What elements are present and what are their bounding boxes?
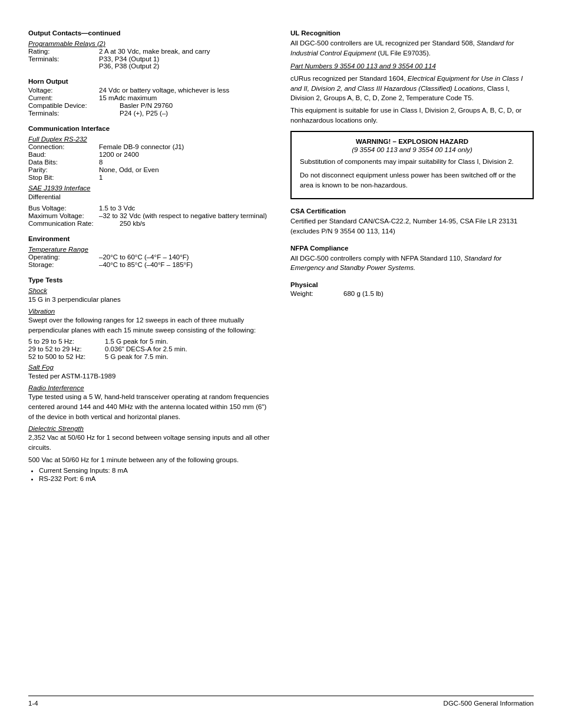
- horn-current-value: 15 mAdc maximum: [99, 94, 272, 101]
- comm-rate-label: Communication Rate:: [28, 220, 120, 227]
- horn-terminals-label: Terminals:: [28, 110, 120, 117]
- freq2-row: 29 to 52 to 29 Hz: 0.036" DECS-A for 2.5…: [28, 345, 272, 353]
- comm-interface-heading: Communication Interface: [28, 125, 272, 132]
- type-tests-heading: Type Tests: [28, 276, 272, 284]
- rating-label: Rating:: [28, 48, 99, 55]
- parity-value: None, Odd, or Even: [99, 166, 272, 173]
- warning-title: WARNING! – EXPLOSION HAZARD: [300, 138, 524, 145]
- footer-right: DGC-500 General Information: [444, 700, 534, 707]
- terminals-row: Terminals: P33, P34 (Output 1) P36, P38 …: [28, 55, 272, 70]
- comm-rate-row: Communication Rate: 250 kb/s: [28, 220, 272, 227]
- environment-heading: Environment: [28, 235, 272, 242]
- data-bits-row: Data Bits: 8: [28, 159, 272, 166]
- output-contacts-section: Output Contacts—continued Programmable R…: [28, 29, 272, 70]
- csa-certification-heading: CSA Certification: [290, 207, 534, 215]
- right-column: UL Recognition All DGC-500 controllers a…: [290, 21, 534, 685]
- horn-current-label: Current:: [28, 94, 99, 101]
- storage-value: –40°C to 85°C (–40°F – 185°F): [99, 261, 272, 268]
- parity-row: Parity: None, Odd, or Even: [28, 166, 272, 173]
- freq3-value: 5 G peak for 7.5 min.: [105, 353, 168, 360]
- horn-voltage-value: 24 Vdc or battery voltage, whichever is …: [99, 87, 272, 94]
- nfpa-para: All DGC-500 controllers comply with NFPA…: [290, 253, 534, 273]
- freq1-label: 5 to 29 to 5 Hz:: [28, 338, 105, 345]
- connection-row: Connection: Female DB-9 connector (J1): [28, 143, 272, 150]
- horn-current-row: Current: 15 mAdc maximum: [28, 94, 272, 101]
- max-voltage-value: –32 to 32 Vdc (with respect to negative …: [99, 212, 272, 219]
- parity-label: Parity:: [28, 166, 99, 173]
- radio-interference-subheading: Radio Interference: [28, 384, 272, 391]
- freq3-label: 52 to 500 to 52 Hz:: [28, 353, 105, 360]
- bullet-rs232: RS-232 Port: 6 mA: [39, 475, 272, 482]
- storage-row: Storage: –40°C to 85°C (–40°F – 185°F): [28, 261, 272, 268]
- warning-para2: Do not disconnect equipment unless power…: [300, 170, 524, 190]
- horn-terminals-value: P24 (+), P25 (–): [120, 110, 272, 117]
- max-voltage-row: Maximum Voltage: –32 to 32 Vdc (with res…: [28, 212, 272, 219]
- vibration-description: Swept over the following ranges for 12 s…: [28, 315, 272, 335]
- freq2-value: 0.036" DECS-A for 2.5 min.: [105, 345, 187, 353]
- weight-row: Weight: 680 g (1.5 lb): [290, 290, 534, 297]
- baud-label: Baud:: [28, 151, 99, 158]
- stop-bit-value: 1: [99, 174, 272, 181]
- ul-recognition-heading: UL Recognition: [290, 29, 534, 37]
- rating-value: 2 A at 30 Vdc, make break, and carry: [99, 48, 272, 55]
- ul-part-numbers-link: Part Numbers 9 3554 00 113 and 9 3554 00…: [290, 62, 436, 70]
- warning-subtitle: (9 3554 00 113 and 9 3554 00 114 only): [300, 146, 524, 153]
- csa-certification-section: CSA Certification Certified per Standard…: [290, 207, 534, 236]
- footer: 1-4 DGC-500 General Information: [28, 696, 534, 707]
- ul-para2: cURus recognized per Standard 1604, Elec…: [290, 74, 534, 103]
- warning-box: WARNING! – EXPLOSION HAZARD (9 3554 00 1…: [290, 131, 534, 199]
- physical-heading: Physical: [290, 281, 534, 288]
- freq-table: 5 to 29 to 5 Hz: 1.5 G peak for 5 min. 2…: [28, 338, 272, 360]
- dielectric-desc1: 2,352 Vac at 50/60 Hz for 1 second betwe…: [28, 433, 272, 452]
- ul-part-numbers: Part Numbers 9 3554 00 113 and 9 3554 00…: [290, 61, 534, 71]
- rating-row: Rating: 2 A at 30 Vdc, make break, and c…: [28, 48, 272, 55]
- sae-subheading: SAE J1939 Interface: [28, 185, 272, 192]
- horn-voltage-label: Voltage:: [28, 87, 99, 94]
- operating-row: Operating: –20°C to 60°C (–4°F – 140°F): [28, 253, 272, 261]
- baud-value: 1200 or 2400: [99, 151, 272, 158]
- horn-compat-row: Compatible Device: Basler P/N 29760: [28, 102, 272, 109]
- operating-label: Operating:: [28, 253, 99, 261]
- horn-voltage-row: Voltage: 24 Vdc or battery voltage, whic…: [28, 87, 272, 94]
- ul-para3: This equipment is suitable for use in Cl…: [290, 106, 534, 125]
- freq1-value: 1.5 G peak for 5 min.: [105, 338, 168, 345]
- differential-text: Differential: [28, 192, 272, 202]
- freq1-row: 5 to 29 to 5 Hz: 1.5 G peak for 5 min.: [28, 338, 272, 345]
- dielectric-desc2: 500 Vac at 50/60 Hz for 1 minute between…: [28, 455, 272, 465]
- operating-value: –20°C to 60°C (–4°F – 140°F): [99, 253, 272, 261]
- warning-para1: Substitution of components may impair su…: [300, 157, 524, 167]
- freq2-label: 29 to 52 to 29 Hz:: [28, 345, 105, 353]
- nfpa-compliance-section: NFPA Compliance All DGC-500 controllers …: [290, 245, 534, 273]
- physical-section: Physical Weight: 680 g (1.5 lb): [290, 281, 534, 297]
- columns: Output Contacts—continued Programmable R…: [28, 21, 534, 685]
- environment-section: Environment Temperature Range Operating:…: [28, 235, 272, 268]
- terminals-label: Terminals:: [28, 55, 99, 70]
- salt-fog-description: Tested per ASTM-117B-1989: [28, 371, 272, 381]
- stop-bit-label: Stop Bit:: [28, 174, 99, 181]
- max-voltage-label: Maximum Voltage:: [28, 212, 99, 219]
- bullet-current-sensing: Current Sensing Inputs: 8 mA: [39, 467, 272, 474]
- csa-para: Certified per Standard CAN/CSA-C22.2, Nu…: [290, 216, 534, 236]
- data-bits-value: 8: [99, 159, 272, 166]
- bus-voltage-label: Bus Voltage:: [28, 205, 99, 212]
- horn-output-heading: Horn Output: [28, 78, 272, 85]
- shock-subheading: Shock: [28, 287, 272, 294]
- horn-compat-label: Compatible Device:: [28, 102, 120, 109]
- vibration-subheading: Vibration: [28, 308, 272, 315]
- comm-interface-section: Communication Interface Full Duplex RS-2…: [28, 125, 272, 227]
- dielectric-bullets: Current Sensing Inputs: 8 mA RS-232 Port…: [39, 467, 272, 482]
- radio-interference-description: Type tested using a 5 W, hand-held trans…: [28, 392, 272, 421]
- storage-label: Storage:: [28, 261, 99, 268]
- dielectric-strength-subheading: Dielectric Strength: [28, 425, 272, 432]
- ul-para1: All DGC-500 controllers are UL recognize…: [290, 38, 534, 58]
- connection-label: Connection:: [28, 143, 99, 150]
- horn-compat-value: Basler P/N 29760: [120, 102, 272, 109]
- bus-voltage-row: Bus Voltage: 1.5 to 3 Vdc: [28, 205, 272, 212]
- full-duplex-subheading: Full Duplex RS-232: [28, 136, 272, 143]
- baud-row: Baud: 1200 or 2400: [28, 151, 272, 158]
- shock-description: 15 G in 3 perpendicular planes: [28, 295, 272, 305]
- salt-fog-subheading: Salt Fog: [28, 364, 272, 371]
- horn-output-section: Horn Output Voltage: 24 Vdc or battery v…: [28, 78, 272, 117]
- left-column: Output Contacts—continued Programmable R…: [28, 21, 272, 685]
- type-tests-section: Type Tests Shock 15 G in 3 perpendicular…: [28, 276, 272, 483]
